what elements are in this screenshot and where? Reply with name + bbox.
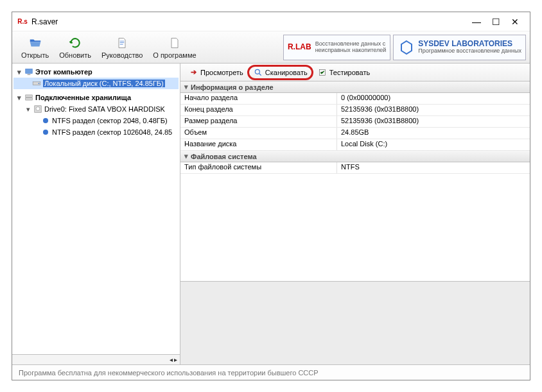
k-name: Название диска bbox=[180, 139, 337, 150]
left-scrollbar[interactable]: ◂ ▸ bbox=[12, 354, 180, 364]
app-window: R.s R.saver — ☐ ✕ Открыть Обновить Руков… bbox=[12, 12, 530, 380]
tree-local-disk[interactable]: Локальный диск (C:, NTFS, 24.85ГБ) bbox=[13, 78, 179, 89]
test-icon bbox=[317, 67, 328, 78]
svg-point-7 bbox=[36, 107, 40, 111]
svg-rect-1 bbox=[28, 74, 31, 75]
device-tree[interactable]: ▾ Этот компьютер Локальный диск (C:, NTF… bbox=[12, 64, 180, 354]
folder-open-icon bbox=[28, 35, 43, 51]
scroll-left-icon[interactable]: ◂ bbox=[170, 356, 173, 363]
tree-part2-label: NTFS раздел (сектор 1026048, 24.85 bbox=[52, 128, 172, 136]
manual-label: Руководство bbox=[101, 51, 143, 59]
row-start: Начало раздела0 (0x00000000) bbox=[180, 93, 530, 105]
computer-icon bbox=[24, 67, 34, 77]
v-start: 0 (0x00000000) bbox=[337, 93, 530, 104]
tree-drive0-label: Drive0: Fixed SATA VBOX HARDDISK bbox=[44, 105, 165, 113]
scroll-right-icon[interactable]: ▸ bbox=[174, 356, 177, 363]
minimize-button[interactable]: — bbox=[467, 15, 486, 28]
sysdev-line2: Программное восстановление данных bbox=[418, 48, 521, 55]
v-size: 52135936 (0x031B8800) bbox=[337, 116, 530, 127]
row-end: Конец раздела52135936 (0x031B8800) bbox=[180, 105, 530, 116]
section-fs-header[interactable]: ▾Файловая система bbox=[180, 151, 530, 162]
right-panel: ➔ Просмотреть Сканировать Тестировать ▾И… bbox=[180, 64, 530, 364]
v-vol: 24.85GB bbox=[337, 128, 530, 139]
close-button[interactable]: ✕ bbox=[505, 15, 525, 28]
scan-icon bbox=[253, 67, 263, 78]
action-toolbar: ➔ Просмотреть Сканировать Тестировать bbox=[180, 64, 530, 81]
bullet-icon bbox=[40, 127, 51, 137]
storage-icon bbox=[24, 92, 34, 103]
svg-point-3 bbox=[39, 83, 40, 84]
status-bar: Программа бесплатна для некоммерческого … bbox=[12, 364, 530, 380]
v-end: 52135936 (0x031B8800) bbox=[337, 105, 530, 115]
row-size: Размер раздела52135936 (0x031B8800) bbox=[180, 116, 530, 128]
about-label: О программе bbox=[153, 51, 196, 59]
drive-icon bbox=[31, 78, 42, 89]
bullet-icon bbox=[40, 115, 51, 126]
scan-label: Сканировать bbox=[265, 69, 308, 76]
titlebar: R.s R.saver — ☐ ✕ bbox=[12, 12, 530, 31]
tree-partition-1[interactable]: NTFS раздел (сектор 2048, 0.48ГБ) bbox=[13, 115, 179, 126]
k-size: Размер раздела bbox=[180, 116, 337, 127]
svg-point-8 bbox=[43, 118, 48, 123]
refresh-label: Обновить bbox=[59, 51, 91, 59]
svg-rect-5 bbox=[26, 98, 33, 101]
row-fstype: Тип файловой системыNTFS bbox=[180, 162, 530, 174]
about-button[interactable]: О программе bbox=[148, 34, 201, 60]
view-button[interactable]: ➔ Просмотреть bbox=[184, 66, 247, 79]
row-volume: Объем24.85GB bbox=[180, 128, 530, 139]
bottom-panel bbox=[180, 281, 530, 364]
tree-storages-label: Подключенные хранилища bbox=[35, 94, 131, 101]
view-label: Просмотреть bbox=[200, 69, 243, 76]
page-icon bbox=[167, 35, 182, 51]
scan-button[interactable]: Сканировать bbox=[247, 65, 313, 80]
rlab-banner[interactable]: R.LAB Восстановление данных с неисправны… bbox=[283, 35, 390, 60]
rlab-line2: неисправных накопителей bbox=[315, 47, 387, 54]
test-label: Тестировать bbox=[329, 69, 371, 76]
manual-button[interactable]: Руководство bbox=[96, 34, 148, 60]
test-button[interactable]: Тестировать bbox=[313, 66, 374, 79]
maximize-button[interactable]: ☐ bbox=[486, 15, 505, 28]
k-vol: Объем bbox=[180, 128, 337, 139]
svg-point-9 bbox=[43, 130, 48, 135]
k-fstype: Тип файловой системы bbox=[180, 162, 337, 173]
section-partition-label: Информация о разделе bbox=[191, 83, 274, 91]
tree-storages[interactable]: ▾ Подключенные хранилища bbox=[13, 92, 179, 103]
tree-drive0[interactable]: ▾ Drive0: Fixed SATA VBOX HARDDISK bbox=[13, 103, 179, 115]
document-icon bbox=[114, 35, 130, 51]
svg-rect-0 bbox=[26, 69, 33, 73]
k-end: Конец раздела bbox=[180, 105, 337, 115]
status-text: Программа бесплатна для некоммерческого … bbox=[19, 369, 319, 377]
v-name: Local Disk (C:) bbox=[337, 139, 530, 150]
section-fs-label: Файловая система bbox=[191, 153, 257, 160]
info-grid: ▾Информация о разделе Начало раздела0 (0… bbox=[180, 81, 530, 281]
tree-computer-label: Этот компьютер bbox=[35, 68, 92, 76]
rlab-logo-text: R.LAB bbox=[288, 42, 311, 51]
sysdev-banner[interactable]: SYSDEV LABORATORIES Программное восстано… bbox=[393, 35, 526, 60]
left-panel: ▾ Этот компьютер Локальный диск (C:, NTF… bbox=[12, 64, 180, 364]
v-fstype: NTFS bbox=[337, 162, 530, 173]
section-partition-header[interactable]: ▾Информация о разделе bbox=[180, 81, 530, 93]
open-label: Открыть bbox=[21, 51, 49, 59]
hexagon-icon bbox=[398, 38, 415, 56]
open-button[interactable]: Открыть bbox=[16, 34, 54, 60]
content-area: ▾ Этот компьютер Локальный диск (C:, NTF… bbox=[12, 64, 530, 364]
tree-partition-2[interactable]: NTFS раздел (сектор 1026048, 24.85 bbox=[13, 126, 179, 138]
tree-local-disk-label: Локальный диск (C:, NTFS, 24.85ГБ) bbox=[43, 80, 165, 87]
main-toolbar: Открыть Обновить Руководство О программе… bbox=[12, 31, 530, 64]
k-start: Начало раздела bbox=[180, 93, 337, 104]
arrow-right-icon: ➔ bbox=[188, 67, 198, 78]
window-title: R.saver bbox=[31, 17, 467, 26]
hdd-icon bbox=[33, 104, 43, 114]
tree-part1-label: NTFS раздел (сектор 2048, 0.48ГБ) bbox=[52, 117, 168, 124]
svg-rect-4 bbox=[26, 95, 33, 98]
refresh-icon bbox=[67, 35, 83, 51]
row-diskname: Название дискаLocal Disk (C:) bbox=[180, 139, 530, 151]
tree-this-computer[interactable]: ▾ Этот компьютер bbox=[13, 66, 179, 78]
refresh-button[interactable]: Обновить bbox=[54, 34, 96, 60]
app-icon: R.s bbox=[17, 17, 28, 27]
svg-point-10 bbox=[255, 69, 259, 74]
